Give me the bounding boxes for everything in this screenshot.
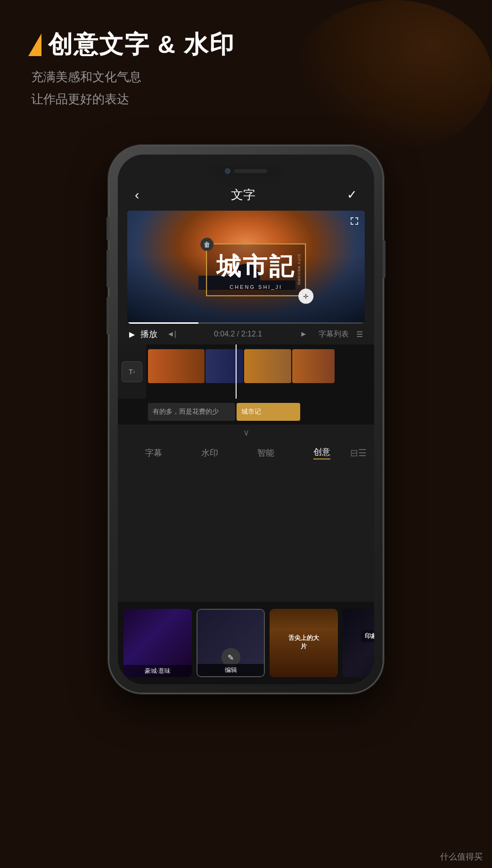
- power-button: [383, 240, 385, 278]
- front-camera: [225, 168, 230, 174]
- playhead-indicator: [236, 344, 237, 399]
- gallery-item-4-label: 印象美学: [361, 630, 375, 642]
- screen-title: 文字: [231, 187, 255, 203]
- delete-text-button[interactable]: 🗑: [200, 238, 213, 251]
- background-blob: [294, 0, 492, 151]
- track-clip-4[interactable]: [292, 349, 335, 383]
- earpiece-speaker: [234, 169, 267, 173]
- chevron-down-icon[interactable]: ∨: [243, 427, 249, 438]
- playback-controls: ▶ 播放 ◄| 0:04.2 / 2:12.1 ► 字幕列表 ☰: [118, 324, 374, 344]
- watermark-label: 什么值得买: [440, 851, 483, 862]
- phone-screen: ‹ 文字 ✓ 🗑: [118, 155, 374, 684]
- fullscreen-button[interactable]: [350, 216, 359, 228]
- gallery-item-3-label: 舌尖上的大片: [287, 633, 321, 650]
- text-overlay-side: CITY RECORD: [297, 254, 301, 286]
- gallery-strip: 豪城·薏味 ✎ 编辑: [118, 602, 374, 684]
- mute-button: [107, 217, 109, 240]
- header-title: 创意文字 & 水印: [48, 28, 235, 61]
- gallery-item-2[interactable]: ✎ 编辑: [197, 609, 265, 677]
- gallery-item-1[interactable]: 豪城·薏味: [123, 609, 192, 677]
- phone-notch: [208, 165, 284, 177]
- volume-up-button: [107, 250, 109, 287]
- time-display: 0:04.2 / 2:12.1: [182, 330, 294, 338]
- video-preview: 🗑 城市記 CITY RECORD CHENG SHI_JI ✛: [127, 211, 365, 324]
- gallery-item-3[interactable]: 舌尖上的大片: [270, 609, 338, 677]
- header-subtitle: 充满美感和文化气息 让作品更好的表达: [31, 66, 235, 110]
- tab-shuiyin[interactable]: 水印: [181, 445, 238, 460]
- back-button[interactable]: ‹: [135, 188, 139, 203]
- screen-content: ‹ 文字 ✓ 🗑: [118, 155, 374, 684]
- volume-down-button: [107, 297, 109, 335]
- gallery-item-2-edit-label: 编辑: [197, 664, 264, 676]
- subtitle-chip-2[interactable]: 城市记: [237, 403, 300, 421]
- forward-button[interactable]: ►: [300, 330, 307, 338]
- text-overlay-sub: CHENG SHI_JI: [216, 284, 295, 290]
- top-navigation-bar: ‹ 文字 ✓: [118, 155, 374, 211]
- gallery-item-1-label: 豪城·薏味: [123, 665, 192, 677]
- subtitle-line2: 让作品更好的表达: [31, 88, 235, 110]
- gallery-item-4[interactable]: 印象美学: [343, 609, 374, 677]
- backward-button[interactable]: ◄|: [167, 330, 176, 338]
- video-track-area: T ♪: [118, 344, 374, 399]
- tab-zhineng[interactable]: 智能: [238, 445, 294, 460]
- subtitle-track-content: 有的多，而是花费的少 城市记: [146, 399, 374, 425]
- subtitle-track-area: 有的多，而是花费的少 城市记: [118, 399, 374, 425]
- tab-zimu[interactable]: 字幕: [125, 445, 181, 460]
- confirm-button[interactable]: ✓: [347, 188, 357, 202]
- tab-chuangyi[interactable]: 创意: [294, 444, 350, 461]
- subtitle-list-label: 字幕列表: [319, 329, 349, 339]
- subtitle-track-spacer: [118, 399, 146, 425]
- text-overlay-container[interactable]: 🗑 城市記 CITY RECORD CHENG SHI_JI ✛: [206, 244, 306, 296]
- play-button[interactable]: ▶: [129, 330, 135, 339]
- text-track-icon[interactable]: T ♪: [122, 361, 142, 382]
- subtitle-chip-1[interactable]: 有的多，而是花费的少: [148, 403, 235, 421]
- bookmark-icon-button[interactable]: ⊟: [350, 447, 358, 459]
- phone-device: ‹ 文字 ✓ 🗑: [109, 146, 383, 693]
- header-section: 创意文字 & 水印 充满美感和文化气息 让作品更好的表达: [28, 28, 235, 110]
- move-text-handle[interactable]: ✛: [298, 289, 313, 304]
- play-label: 播放: [140, 328, 157, 340]
- timeline-progress: [127, 322, 198, 324]
- track-clip-3[interactable]: [244, 349, 291, 383]
- expand-row[interactable]: ∨: [118, 425, 374, 441]
- subtitle-line1: 充满美感和文化气息: [31, 66, 235, 88]
- phone-outer-shell: ‹ 文字 ✓ 🗑: [109, 146, 383, 693]
- text-overlay-main: 城市記: [216, 250, 295, 283]
- list-icon-button[interactable]: ☰: [358, 447, 367, 459]
- track-clip-1[interactable]: [148, 349, 205, 383]
- track-clip-2[interactable]: [205, 349, 243, 383]
- subtitle-list-icon[interactable]: ☰: [356, 330, 363, 339]
- bottom-tab-bar: 字幕 水印 智能 创意 ⊟ ☰: [118, 441, 374, 467]
- track-icon-column: T ♪: [118, 344, 146, 399]
- logo-triangle: [28, 33, 41, 56]
- track-scroll-area[interactable]: [146, 344, 374, 399]
- video-timeline-bar[interactable]: [127, 322, 365, 324]
